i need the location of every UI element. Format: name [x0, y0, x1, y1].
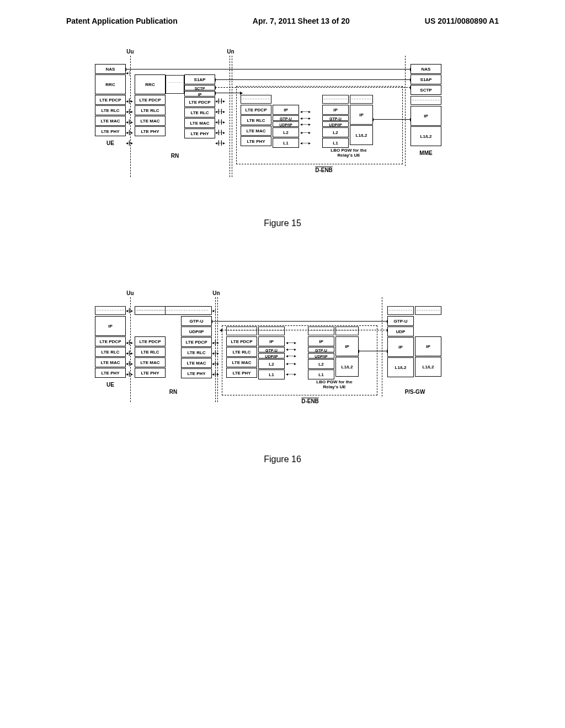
- header-center: Apr. 7, 2011 Sheet 13 of 20: [253, 17, 350, 25]
- layer-cell: LTE MAC: [184, 118, 215, 128]
- layer-cell: NAS: [95, 64, 126, 74]
- layer-cell: LTE PDCP: [241, 105, 271, 115]
- layer-cell: LTE PHY: [241, 136, 271, 146]
- layer-cell: RRC: [95, 74, 126, 94]
- layer-cell: LTE MAC: [241, 126, 271, 136]
- layer-cell: L1/L2: [387, 357, 414, 377]
- layer-cell: L1: [273, 138, 299, 148]
- denb-left-stack: LTE PDCP LTE RLC LTE MAC LTE PHY: [241, 64, 271, 146]
- arrow-ip-a: [215, 93, 241, 93]
- layer-cell: RRC: [135, 74, 166, 94]
- rn-right-stack: S1AP SCTP IP LTE PDCP LTE RLC LTE MAC LT…: [184, 64, 215, 138]
- layer-cell: IP: [387, 337, 414, 357]
- hourglass-icon: [411, 95, 441, 105]
- psgw-left-stack: GTP-U UDP IP L1/L2: [387, 306, 414, 377]
- layer-cell: IP: [322, 105, 349, 115]
- layer-cell: S1AP: [411, 74, 441, 84]
- iface-un-label: Un: [212, 290, 220, 296]
- layer-cell: UDP/IP: [273, 121, 299, 127]
- denb-mid-stack: IP GTP-U UDP/IP L2 L1: [258, 306, 285, 379]
- layer-cell: IP: [184, 91, 215, 97]
- hourglass-icon: [241, 94, 271, 104]
- layer-cell: IP: [95, 316, 126, 336]
- layer-cell: LTE MAC: [95, 357, 126, 367]
- layer-cell: L2: [322, 127, 349, 137]
- ue-stack: NAS RRC LTE PDCP LTE RLC LTE MAC LTE PHY…: [95, 64, 126, 146]
- denb-ip-stack: IP L1/L2: [335, 306, 359, 377]
- layer-cell: LTE RLC: [95, 105, 126, 115]
- denb-label: D-ENB: [313, 167, 335, 173]
- hourglass-icon: [258, 326, 285, 336]
- layer-cell: LTE MAC: [95, 116, 126, 126]
- rn-label: RN: [135, 153, 215, 159]
- layer-cell: LTE RLC: [135, 347, 166, 357]
- layer-cell: LTE PDCP: [135, 336, 166, 346]
- layer-cell: IP: [350, 105, 373, 125]
- layer-cell: S1AP: [184, 74, 215, 84]
- figure-16-caption: Figure 16: [62, 454, 503, 464]
- hourglass-icon: [308, 326, 334, 336]
- ue-label: UE: [95, 382, 126, 388]
- rn-left-stack: RRC LTE PDCP LTE RLC LTE MAC LTE PHY: [135, 64, 166, 136]
- layer-cell: L2: [308, 359, 334, 369]
- layer-cell: LTE MAC: [181, 358, 212, 368]
- layer-cell: GTP-U: [258, 347, 285, 352]
- layer-cell: GTP-U: [322, 115, 349, 121]
- layer-cell: LTE RLC: [181, 347, 212, 357]
- layer-cell: LTE PDCP: [184, 97, 215, 107]
- layer-cell: LTE RLC: [184, 108, 215, 117]
- hourglass-icon: [135, 306, 166, 315]
- denb-mid-stack: IP GTP-U UDP/IP L2 L1: [273, 64, 299, 148]
- layer-cell: LTE PDCP: [226, 336, 257, 346]
- layer-cell: LTE PDCP: [135, 95, 166, 105]
- layer-cell: LTE PDCP: [181, 337, 212, 347]
- layer-cell: UDP/IP: [308, 353, 334, 358]
- layer-cell: L1/L2: [350, 125, 373, 145]
- denb-right-stack: IP GTP-U UDP/IP L2 L1: [322, 64, 349, 148]
- layer-cell: IP: [308, 336, 334, 346]
- hourglass-icon: [335, 326, 359, 336]
- mme-label: MME: [411, 150, 441, 156]
- layer-cell: LTE PHY: [135, 126, 166, 136]
- layer-cell: GTP-U: [308, 347, 334, 352]
- layer-cell: IP: [273, 105, 299, 115]
- layer-cell: IP: [258, 336, 285, 346]
- layer-cell: L1/L2: [411, 126, 441, 146]
- layer-cell: L1/L2: [415, 357, 441, 377]
- iface-uu-label: Uu: [126, 290, 134, 296]
- layer-cell: LTE PHY: [184, 129, 215, 138]
- rn-label: RN: [135, 389, 212, 395]
- layer-cell: L2: [258, 359, 285, 369]
- denb-ip-stack: IP L1/L2: [350, 64, 373, 145]
- hourglass-icon: [95, 306, 126, 315]
- layer-cell: L1: [308, 370, 334, 379]
- layer-cell: LTE RLC: [241, 115, 271, 125]
- hourglass-icon: [166, 74, 184, 94]
- hourglass-icon: [322, 94, 349, 104]
- layer-cell: LTE PHY: [226, 368, 257, 378]
- layer-cell: LTE MAC: [135, 116, 166, 126]
- layer-cell: IP: [411, 106, 441, 126]
- layer-cell: UDP: [387, 326, 414, 336]
- layer-cell: LTE PDCP: [95, 95, 126, 105]
- layer-cell: UDP/IP: [258, 353, 285, 358]
- mme-stack: NAS S1AP SCTP IP L1/L2 MME: [411, 64, 441, 156]
- ue-label: UE: [95, 140, 126, 146]
- hourglass-icon: [350, 94, 373, 104]
- layer-cell: SCTP: [184, 85, 215, 90]
- lbo-pgw-label: LBO PGW for the Relay's UE: [316, 148, 382, 158]
- denb-right-stack: IP GTP-U UDP/IP L2 L1: [308, 306, 334, 379]
- layer-cell: GTP-U: [181, 316, 212, 326]
- iface-un-label: Un: [227, 49, 234, 55]
- iface-uu-label: Uu: [126, 49, 134, 55]
- lbo-pgw-label: LBO PGW for the Relay's UE: [301, 379, 367, 389]
- layer-cell: LTE PDCP: [95, 336, 126, 346]
- denb-left-stack: LTE PDCP LTE RLC LTE MAC LTE PHY: [226, 306, 257, 378]
- layer-cell: NAS: [411, 64, 441, 74]
- psgw-right-stack: IP L1/L2: [415, 306, 441, 377]
- figure-15-caption: Figure 15: [62, 218, 503, 228]
- rn-left-stack: LTE PDCP LTE RLC LTE MAC LTE PHY: [135, 306, 166, 378]
- layer-cell: LTE RLC: [95, 347, 126, 357]
- layer-cell: UDP/IP: [181, 326, 212, 336]
- hourglass-icon: [415, 306, 441, 315]
